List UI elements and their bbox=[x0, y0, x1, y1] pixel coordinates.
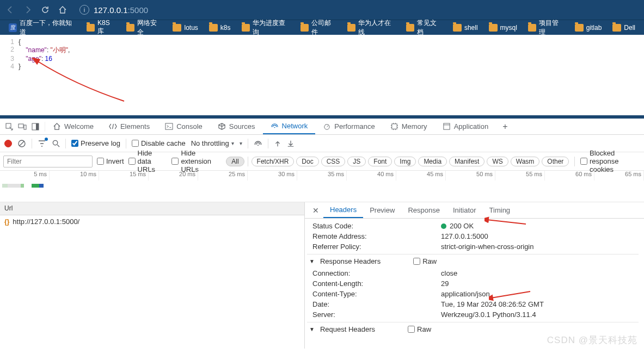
network-split: Url {} http://127.0.0.1:5000/ ✕ HeadersP… bbox=[0, 202, 644, 349]
request-url: http://127.0.0.1:5000/ bbox=[13, 218, 79, 226]
details-tab-preview[interactable]: Preview bbox=[363, 202, 401, 218]
disable-cache-checkbox[interactable]: Disable cache bbox=[132, 139, 186, 147]
folder-icon bbox=[300, 24, 309, 32]
timeline-tick: 60 ms bbox=[545, 171, 594, 181]
type-filter-other[interactable]: Other bbox=[542, 157, 569, 166]
bookmark-item[interactable]: K8S库 bbox=[82, 18, 120, 37]
type-filter-doc[interactable]: Doc bbox=[296, 157, 318, 166]
preserve-log-checkbox[interactable]: Preserve log bbox=[71, 139, 120, 147]
timeline-tick: 30 ms bbox=[248, 171, 297, 181]
type-filter-wasm[interactable]: Wasm bbox=[511, 157, 540, 166]
request-row[interactable]: {} http://127.0.0.1:5000/ bbox=[0, 215, 304, 228]
request-list: Url {} http://127.0.0.1:5000/ bbox=[0, 202, 305, 349]
details-tab-timing[interactable]: Timing bbox=[483, 202, 517, 218]
search-icon[interactable] bbox=[52, 139, 60, 147]
devtools-tab-memory[interactable]: Memory bbox=[383, 119, 435, 134]
type-filter-css[interactable]: CSS bbox=[321, 157, 346, 166]
type-filter-js[interactable]: JS bbox=[347, 157, 366, 166]
details-tabs: ✕ HeadersPreviewResponseInitiatorTiming bbox=[305, 202, 644, 219]
type-filter-img[interactable]: Img bbox=[394, 157, 416, 166]
type-filter-all[interactable]: All bbox=[226, 157, 244, 166]
filter-bar: Invert Hide data URLs Hide extension URL… bbox=[0, 152, 644, 171]
back-button[interactable] bbox=[4, 4, 16, 16]
blocked-cookies-checkbox[interactable]: Blocked response cookies bbox=[580, 149, 641, 173]
details-tab-initiator[interactable]: Initiator bbox=[446, 202, 483, 218]
network-conditions-icon[interactable] bbox=[254, 139, 262, 148]
bookmark-label: 百度一下，你就知道 bbox=[20, 18, 76, 37]
close-details-button[interactable]: ✕ bbox=[308, 206, 323, 215]
export-har-icon[interactable] bbox=[287, 140, 295, 147]
bookmark-item[interactable]: shell bbox=[449, 23, 482, 33]
folder-icon bbox=[528, 24, 536, 32]
timeline-tick: 15 ms bbox=[99, 171, 149, 181]
type-filter-ws[interactable]: WS bbox=[487, 157, 508, 166]
bookmark-item[interactable]: k8s bbox=[205, 23, 235, 33]
home-button[interactable] bbox=[57, 4, 69, 16]
bookmark-item[interactable]: lotus bbox=[168, 23, 202, 33]
bookmark-item[interactable]: mysql bbox=[484, 23, 522, 33]
svg-rect-9 bbox=[444, 123, 450, 129]
details-tab-response[interactable]: Response bbox=[401, 202, 446, 218]
address-bar[interactable]: i 127.0.0.1:5000 bbox=[74, 5, 640, 15]
site-info-icon[interactable]: i bbox=[79, 5, 89, 15]
filter-toggle-icon[interactable] bbox=[38, 139, 46, 148]
devtools-tab-application[interactable]: Application bbox=[435, 119, 496, 134]
folder-icon bbox=[347, 24, 355, 32]
svg-rect-8 bbox=[391, 124, 396, 129]
devtools-tab-network[interactable]: Network bbox=[263, 119, 316, 134]
page-content: 1{ 2 "name": "小明", 3 "age": 16 4} bbox=[0, 35, 644, 115]
devtools-tab-welcome[interactable]: Welcome bbox=[45, 119, 101, 134]
devtools-tab-console[interactable]: Console bbox=[157, 119, 210, 134]
devtools-tabs: WelcomeElementsConsoleSourcesNetworkPerf… bbox=[0, 119, 644, 135]
invert-checkbox[interactable]: Invert bbox=[97, 157, 124, 165]
type-filter-fetch-xhr[interactable]: Fetch/XHR bbox=[252, 157, 295, 166]
folder-icon bbox=[242, 24, 250, 32]
devtools-tab-elements[interactable]: Elements bbox=[101, 119, 157, 134]
record-button[interactable] bbox=[4, 140, 12, 147]
network-toolbar: Preserve log Disable cache No throttling… bbox=[0, 135, 644, 152]
inspect-icon[interactable] bbox=[4, 122, 14, 132]
forward-button[interactable] bbox=[22, 4, 34, 16]
type-filter-media[interactable]: Media bbox=[418, 157, 447, 166]
header-row: Status Code:200 OK bbox=[307, 221, 639, 231]
caret-down-icon: ▼ bbox=[309, 258, 315, 264]
bookmark-label: 华为人才在线 bbox=[358, 18, 395, 37]
folder-icon bbox=[612, 24, 621, 32]
raw-toggle[interactable]: Raw bbox=[413, 257, 437, 265]
folder-icon bbox=[453, 24, 462, 32]
bookmark-label: K8S库 bbox=[97, 19, 115, 36]
devtools-tab-sources[interactable]: Sources bbox=[210, 119, 263, 134]
request-details: ✕ HeadersPreviewResponseInitiatorTiming … bbox=[305, 202, 644, 349]
hide-data-urls-checkbox[interactable]: Hide data URLs bbox=[128, 149, 168, 173]
filter-input[interactable] bbox=[3, 156, 93, 167]
request-headers-section[interactable]: ▼ Request Headers Raw bbox=[307, 322, 639, 336]
type-filter-font[interactable]: Font bbox=[368, 157, 392, 166]
header-row: Date:Tue, 19 Mar 2024 08:26:52 GMT bbox=[307, 299, 639, 309]
hide-extension-urls-checkbox[interactable]: Hide extension URLs bbox=[171, 149, 222, 173]
reload-button[interactable] bbox=[39, 4, 51, 16]
bookmark-item[interactable]: Dell bbox=[608, 23, 640, 33]
timeline-tick: 5 ms bbox=[0, 171, 50, 181]
devtools-tab-performance[interactable]: Performance bbox=[315, 119, 382, 134]
more-tabs-button[interactable]: + bbox=[496, 122, 514, 132]
clear-button[interactable] bbox=[17, 139, 26, 148]
folder-icon bbox=[126, 24, 134, 32]
bookmark-label: 网络安全 bbox=[137, 18, 162, 37]
bookmark-item[interactable]: gitlab bbox=[571, 23, 606, 33]
throttling-select[interactable]: No throttling bbox=[191, 139, 234, 147]
details-tab-headers[interactable]: Headers bbox=[323, 202, 363, 218]
timeline-tick: 45 ms bbox=[396, 171, 446, 181]
raw-toggle-2[interactable]: Raw bbox=[408, 325, 431, 333]
header-row: Content-Length:29 bbox=[307, 278, 639, 289]
dock-side-icon[interactable] bbox=[30, 122, 40, 132]
import-har-icon[interactable] bbox=[274, 140, 281, 147]
timeline-tick: 65 ms bbox=[594, 171, 644, 181]
type-filter-manifest[interactable]: Manifest bbox=[449, 157, 484, 166]
device-toggle-icon[interactable] bbox=[17, 122, 27, 132]
timeline[interactable]: 5 ms10 ms15 ms20 ms25 ms30 ms35 ms40 ms4… bbox=[0, 171, 644, 202]
bookmark-label: Dell bbox=[624, 24, 635, 32]
response-headers-section[interactable]: ▼ Response Headers Raw bbox=[307, 254, 639, 268]
bookmark-label: 项目管理 bbox=[539, 18, 564, 37]
timeline-tick: 20 ms bbox=[149, 171, 198, 181]
folder-icon bbox=[489, 24, 498, 32]
